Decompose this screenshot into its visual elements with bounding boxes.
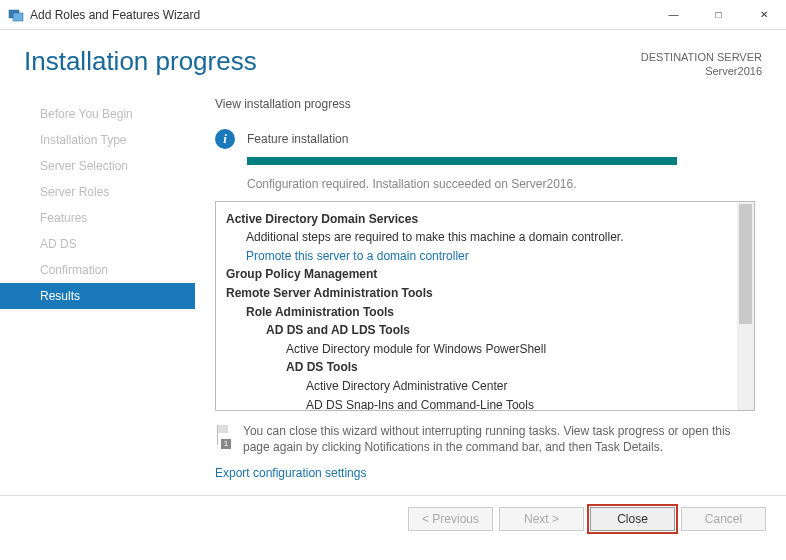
- result-line: Role Administration Tools: [226, 303, 726, 322]
- page-title: Installation progress: [24, 46, 641, 77]
- sidebar-item-features: Features: [0, 205, 195, 231]
- destination-server: DESTINATION SERVER Server2016: [641, 46, 762, 79]
- promote-link[interactable]: Promote this server to a domain controll…: [226, 247, 726, 266]
- sidebar-item-before-you-begin: Before You Begin: [0, 101, 195, 127]
- sidebar-item-results[interactable]: Results: [0, 283, 195, 309]
- sidebar: Before You Begin Installation Type Serve…: [0, 95, 195, 495]
- sidebar-item-server-roles: Server Roles: [0, 179, 195, 205]
- server-manager-icon: [8, 7, 24, 23]
- header: Installation progress DESTINATION SERVER…: [0, 30, 786, 85]
- footer: < Previous Next > Close Cancel: [0, 495, 786, 543]
- result-line: Additional steps are required to make th…: [226, 228, 726, 247]
- close-window-button[interactable]: ✕: [741, 0, 786, 29]
- info-icon: i: [215, 129, 235, 149]
- result-line: Group Policy Management: [226, 265, 726, 284]
- result-line: AD DS Snap-Ins and Command-Line Tools: [226, 396, 726, 411]
- main-heading: View installation progress: [215, 97, 766, 111]
- scrollbar-thumb[interactable]: [739, 204, 752, 324]
- progress-bar: [247, 157, 677, 165]
- cancel-button: Cancel: [681, 507, 766, 531]
- window-controls: — □ ✕: [651, 0, 786, 29]
- result-line: AD DS Tools: [226, 358, 726, 377]
- destination-label: DESTINATION SERVER: [641, 50, 762, 64]
- scrollbar[interactable]: [737, 202, 754, 410]
- flag-icon: 1: [215, 425, 233, 447]
- next-button: Next >: [499, 507, 584, 531]
- sidebar-item-confirmation: Confirmation: [0, 257, 195, 283]
- sidebar-item-installation-type: Installation Type: [0, 127, 195, 153]
- destination-value: Server2016: [641, 64, 762, 78]
- window-title: Add Roles and Features Wizard: [30, 8, 651, 22]
- result-line: Active Directory Administrative Center: [226, 377, 726, 396]
- results-box: Active Directory Domain Services Additio…: [215, 201, 755, 411]
- status-line: i Feature installation: [215, 129, 766, 149]
- config-message: Configuration required. Installation suc…: [247, 177, 766, 191]
- note-text: You can close this wizard without interr…: [243, 423, 755, 457]
- body: Before You Begin Installation Type Serve…: [0, 85, 786, 495]
- result-line: AD DS and AD LDS Tools: [226, 321, 726, 340]
- export-link[interactable]: Export configuration settings: [215, 466, 366, 480]
- titlebar: Add Roles and Features Wizard — □ ✕: [0, 0, 786, 30]
- main-content: View installation progress i Feature ins…: [195, 95, 774, 495]
- sidebar-item-ad-ds: AD DS: [0, 231, 195, 257]
- note-row: 1 You can close this wizard without inte…: [215, 423, 755, 457]
- result-line: Active Directory Domain Services: [226, 210, 726, 229]
- sidebar-item-server-selection: Server Selection: [0, 153, 195, 179]
- minimize-button[interactable]: —: [651, 0, 696, 29]
- close-button[interactable]: Close: [590, 507, 675, 531]
- previous-button: < Previous: [408, 507, 493, 531]
- status-text: Feature installation: [247, 132, 348, 146]
- svg-rect-1: [13, 13, 23, 21]
- result-line: Active Directory module for Windows Powe…: [226, 340, 726, 359]
- result-line: Remote Server Administration Tools: [226, 284, 726, 303]
- maximize-button[interactable]: □: [696, 0, 741, 29]
- results-content: Active Directory Domain Services Additio…: [216, 202, 736, 411]
